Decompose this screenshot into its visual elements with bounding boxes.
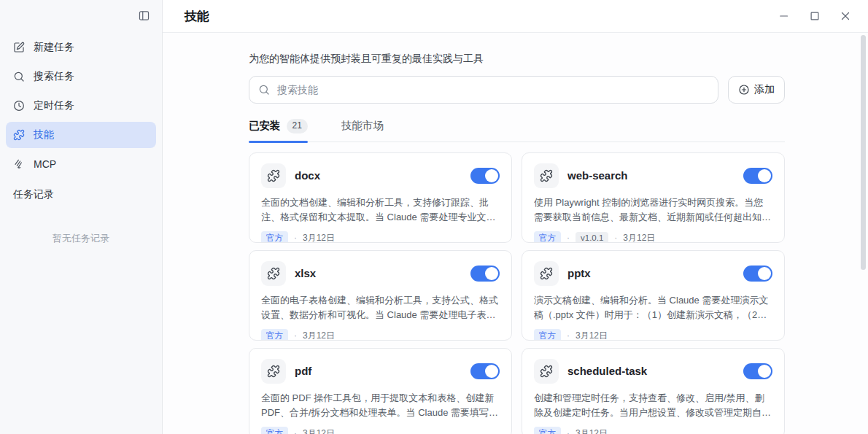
add-skill-label: 添加 xyxy=(754,83,775,96)
puzzle-icon xyxy=(261,163,286,188)
edit-icon xyxy=(13,42,25,53)
tab-marketplace-label: 技能市场 xyxy=(341,119,384,133)
task-history-section-label[interactable]: 任务记录 xyxy=(0,180,162,204)
sidebar-nav: 新建任务 搜索任务 定时任务 技能 MCP xyxy=(0,32,162,180)
skill-date: 3月12日 xyxy=(303,232,335,243)
skill-card-xlsx[interactable]: xlsx 全面的电子表格创建、编辑和分析工具，支持公式、格式设置、数据分析和可视… xyxy=(249,250,512,341)
skill-title: web-search xyxy=(567,169,628,182)
skill-toggle[interactable] xyxy=(470,363,500,379)
skill-card-pdf[interactable]: pdf 全面的 PDF 操作工具包，用于提取文本和表格、创建新 PDF、合并/拆… xyxy=(249,348,512,434)
sidebar: 新建任务 搜索任务 定时任务 技能 MCP 任务记录 暂无任务记录 xyxy=(0,0,163,434)
page-title: 技能 xyxy=(185,8,209,25)
skill-card-pptx[interactable]: pptx 演示文稿创建、编辑和分析。当 Claude 需要处理演示文稿（.ppt… xyxy=(522,250,785,341)
separator-dot: · xyxy=(614,233,617,242)
skill-description: 全面的 PDF 操作工具包，用于提取文本和表格、创建新 PDF、合并/拆分文档和… xyxy=(261,391,500,420)
skill-toggle[interactable] xyxy=(470,266,500,282)
skill-card-scheduled-task[interactable]: scheduled-task 创建和管理定时任务，支持查看、修改、启用/禁用、删… xyxy=(522,348,785,434)
skill-title: scheduled-task xyxy=(567,365,647,377)
maximize-button[interactable] xyxy=(805,7,824,26)
sidebar-item-new-task[interactable]: 新建任务 xyxy=(6,34,156,61)
skills-tabs: 已安装 21 技能市场 xyxy=(249,119,785,142)
vertical-scrollbar-thumb[interactable] xyxy=(861,35,866,270)
official-badge: 官方 xyxy=(261,329,288,341)
separator-dot: · xyxy=(294,330,297,340)
separator-dot: · xyxy=(567,233,570,242)
skill-description: 演示文稿创建、编辑和分析。当 Claude 需要处理演示文稿（.pptx 文件）… xyxy=(534,293,772,322)
version-badge: v1.0.1 xyxy=(576,232,608,242)
sidebar-item-skills[interactable]: 技能 xyxy=(6,122,156,148)
skill-toggle[interactable] xyxy=(743,363,772,379)
skill-card-web-search[interactable]: web-search 使用 Playwright 控制的浏览器进行实时网页搜索。… xyxy=(522,152,785,243)
tab-installed[interactable]: 已安装 21 xyxy=(249,119,308,142)
search-icon xyxy=(258,84,270,96)
skill-toggle[interactable] xyxy=(470,168,500,184)
tab-marketplace[interactable]: 技能市场 xyxy=(341,119,384,142)
puzzle-icon xyxy=(534,163,559,188)
skill-title: xlsx xyxy=(295,267,316,279)
search-skills-input[interactable] xyxy=(249,76,718,104)
sidebar-item-search-task[interactable]: 搜索任务 xyxy=(6,63,156,90)
skill-description: 全面的文档创建、编辑和分析工具，支持修订跟踪、批注、格式保留和文本提取。当 Cl… xyxy=(261,195,500,225)
puzzle-icon xyxy=(13,129,25,141)
skill-toggle[interactable] xyxy=(743,266,772,282)
skill-description: 全面的电子表格创建、编辑和分析工具，支持公式、格式设置、数据分析和可视化。当 C… xyxy=(261,293,500,322)
skill-date: 3月12日 xyxy=(576,330,608,341)
sidebar-collapse-button[interactable] xyxy=(136,8,152,23)
separator-dot: · xyxy=(294,233,297,242)
skill-date: 3月12日 xyxy=(303,427,335,434)
puzzle-icon xyxy=(261,261,286,286)
minimize-button[interactable] xyxy=(775,7,794,26)
skill-title: pptx xyxy=(567,267,591,279)
sidebar-item-mcp[interactable]: MCP xyxy=(6,151,156,177)
puzzle-icon xyxy=(534,261,559,286)
sidebar-item-label: 新建任务 xyxy=(34,41,74,54)
skill-date: 3月12日 xyxy=(303,330,335,341)
skills-grid: docx 全面的文档创建、编辑和分析工具，支持修订跟踪、批注、格式保留和文本提取… xyxy=(249,152,785,434)
separator-dot: · xyxy=(294,428,297,434)
skills-description: 为您的智能体提供预封装且可重复的最佳实践与工具 xyxy=(249,53,785,66)
circle-plus-icon xyxy=(738,84,750,96)
installed-count-badge: 21 xyxy=(287,119,308,133)
title-bar: 技能 xyxy=(163,0,868,33)
skill-toggle[interactable] xyxy=(743,168,772,184)
mcp-icon xyxy=(13,158,25,170)
window-controls xyxy=(775,7,855,26)
puzzle-icon xyxy=(261,359,286,384)
task-history-empty-text: 暂无任务记录 xyxy=(0,232,162,245)
official-badge: 官方 xyxy=(261,427,288,434)
sidebar-item-label: 搜索任务 xyxy=(34,70,74,83)
minimize-icon xyxy=(778,9,791,23)
official-badge: 官方 xyxy=(534,427,561,434)
sidebar-item-label: 定时任务 xyxy=(34,99,74,112)
panel-left-icon xyxy=(138,9,150,22)
separator-dot: · xyxy=(567,428,570,434)
skill-date: 3月12日 xyxy=(623,232,655,243)
main-area: 技能 为您的智能体提供预封装且可重复的最佳实践与工具 添加 xyxy=(163,0,868,434)
maximize-icon xyxy=(808,9,821,23)
skill-description: 创建和管理定时任务，支持查看、修改、启用/禁用、删除及创建定时任务。当用户想设置… xyxy=(534,391,772,420)
skill-date: 3月12日 xyxy=(576,427,608,434)
puzzle-icon xyxy=(534,359,559,384)
clock-icon xyxy=(13,100,25,112)
close-icon xyxy=(839,9,852,23)
sidebar-item-label: MCP xyxy=(34,158,56,170)
tab-installed-label: 已安装 xyxy=(249,119,281,133)
separator-dot: · xyxy=(567,330,570,340)
sidebar-item-scheduled-task[interactable]: 定时任务 xyxy=(6,93,156,119)
search-icon xyxy=(13,71,25,82)
skill-card-docx[interactable]: docx 全面的文档创建、编辑和分析工具，支持修订跟踪、批注、格式保留和文本提取… xyxy=(249,152,512,243)
official-badge: 官方 xyxy=(261,231,288,243)
official-badge: 官方 xyxy=(534,329,561,341)
skill-description: 使用 Playwright 控制的浏览器进行实时网页搜索。当您需要获取当前信息、… xyxy=(534,195,772,225)
sidebar-item-label: 技能 xyxy=(34,128,54,142)
skills-content: 为您的智能体提供预封装且可重复的最佳实践与工具 添加 已安装 21 技能市场 xyxy=(249,53,785,434)
official-badge: 官方 xyxy=(534,231,561,243)
skill-title: docx xyxy=(295,169,320,182)
close-button[interactable] xyxy=(836,7,855,26)
skill-title: pdf xyxy=(295,365,311,377)
add-skill-button[interactable]: 添加 xyxy=(728,76,785,104)
